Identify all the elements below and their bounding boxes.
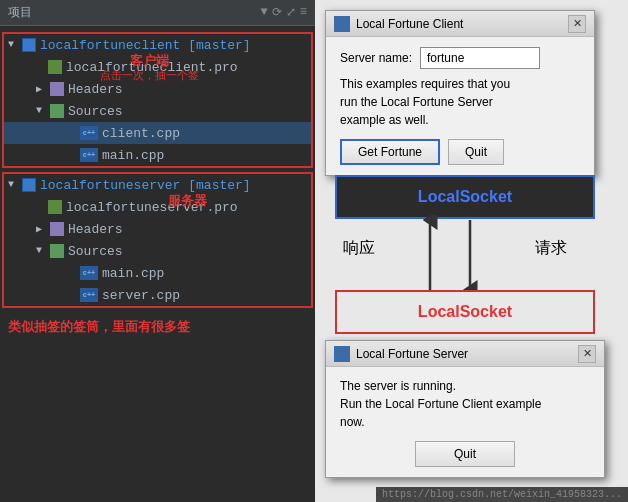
top-socket-label: LocalSocket [418, 188, 512, 206]
server-dialog-close-button[interactable]: ✕ [578, 345, 596, 363]
client-dialog: Local Fortune Client ✕ Server name: This… [325, 10, 595, 176]
server-pro-name: localfortuneserver.pro [66, 200, 238, 215]
bottom-socket-label: LocalSocket [418, 303, 512, 321]
server-dialog: Local Fortune Server ✕ The server is run… [325, 340, 605, 478]
url-bar: https://blog.csdn.net/weixin_41958323... [376, 487, 628, 502]
server-project-group: ▼ localfortuneserver [master] localfortu… [2, 172, 313, 308]
client-cpp-file[interactable]: c++ client.cpp [4, 122, 311, 144]
get-fortune-button[interactable]: Get Fortune [340, 139, 440, 165]
sources-folder-icon-client [50, 104, 64, 118]
top-socket-box: LocalSocket [335, 175, 595, 219]
server-msg-line2: Run the Local Fortune Client example [340, 397, 541, 411]
server-dialog-body: The server is running. Run the Local For… [326, 367, 604, 477]
right-arrow-down [455, 215, 505, 295]
server-sources-folder[interactable]: ▼ Sources [4, 240, 311, 262]
client-sources-label: Sources [68, 104, 123, 119]
server-main-cpp-name: main.cpp [102, 266, 164, 281]
panel-header: 项目 ▼ ⟳ ⤢ ≡ [0, 0, 315, 26]
client-dialog-description: This examples requires that you run the … [340, 75, 580, 129]
client-dialog-titlebar: Local Fortune Client ✕ [326, 11, 594, 37]
expand-icon[interactable]: ⤢ [286, 5, 296, 20]
server-headers-folder[interactable]: ▶ Headers [4, 218, 311, 240]
response-label: 响应 [343, 238, 375, 259]
server-dialog-buttons: Quit [340, 441, 590, 467]
server-headers-icon [50, 222, 64, 236]
server-project-name: localfortuneserver [master] [40, 178, 251, 193]
request-label: 请求 [535, 238, 567, 259]
server-annotation: 服务器 [168, 192, 207, 210]
server-main-cpp-file[interactable]: c++ main.cpp [4, 262, 311, 284]
sources-arrow-client: ▼ [36, 105, 48, 117]
panel-title: 项目 [8, 4, 32, 21]
bottom-socket-box: LocalSocket [335, 290, 595, 334]
arrows-container [395, 215, 515, 295]
headers-arrow: ▶ [36, 83, 48, 95]
server-project-root[interactable]: ▼ localfortuneserver [master] [4, 174, 311, 196]
server-project-icon [22, 178, 36, 192]
sources-arrow-server: ▼ [36, 245, 48, 257]
client-dialog-icon [334, 16, 350, 32]
server-cpp-name: server.cpp [102, 288, 180, 303]
server-pro-file[interactable]: localfortuneserver.pro [4, 196, 311, 218]
cpp-icon-client-main: c++ [80, 148, 98, 162]
server-dialog-icon [334, 346, 350, 362]
server-msg-line3: now. [340, 415, 365, 429]
client-headers-label: Headers [68, 82, 123, 97]
server-dialog-title-text: Local Fortune Server [356, 347, 468, 361]
sync-icon[interactable]: ⟳ [272, 5, 282, 20]
client-quit-button[interactable]: Quit [448, 139, 504, 165]
client-main-cpp-name: main.cpp [102, 148, 164, 163]
server-sources-label: Sources [68, 244, 123, 259]
server-headers-label: Headers [68, 222, 123, 237]
server-dialog-titlebar: Local Fortune Server ✕ [326, 341, 604, 367]
client-sources-row-container: ▼ Sources [4, 100, 311, 122]
project-tree-panel: 项目 ▼ ⟳ ⤢ ≡ ▼ localfortuneclient [master]… [0, 0, 315, 502]
client-dialog-buttons: Get Fortune Quit [340, 139, 580, 165]
client-dialog-title-left: Local Fortune Client [334, 16, 463, 32]
more-icon[interactable]: ≡ [300, 5, 307, 20]
client-main-cpp-file[interactable]: c++ main.cpp [4, 144, 311, 166]
client-dialog-close-button[interactable]: ✕ [568, 15, 586, 33]
client-project-name: localfortuneclient [master] [40, 38, 251, 53]
server-quit-button[interactable]: Quit [415, 441, 515, 467]
filter-icon[interactable]: ▼ [261, 5, 268, 20]
server-headers-arrow: ▶ [36, 223, 48, 235]
client-desc-annotation: 点击一次，抽一个签 [100, 68, 199, 83]
server-cpp-file[interactable]: c++ server.cpp [4, 284, 311, 306]
headers-folder-icon [50, 82, 64, 96]
cpp-icon-client: c++ [80, 126, 98, 140]
server-dialog-message: The server is running. Run the Local For… [340, 377, 590, 431]
client-sources-folder[interactable]: ▼ Sources [4, 100, 311, 122]
cpp-icon-server: c++ [80, 288, 98, 302]
server-name-row: Server name: [340, 47, 580, 69]
project-icon [22, 38, 36, 52]
client-dialog-body: Server name: This examples requires that… [326, 37, 594, 175]
expand-arrow-client: ▼ [8, 39, 20, 51]
server-name-label: Server name: [340, 51, 412, 65]
server-pro-icon [48, 200, 62, 214]
cpp-icon-server-main: c++ [80, 266, 98, 280]
bottom-annotation-container: 类似抽签的签筒，里面有很多签 [0, 312, 315, 342]
client-cpp-name: client.cpp [102, 126, 180, 141]
client-dialog-title-text: Local Fortune Client [356, 17, 463, 31]
diagram-panel: Local Fortune Client ✕ Server name: This… [315, 0, 628, 502]
expand-arrow-server: ▼ [8, 179, 20, 191]
server-dialog-title-left: Local Fortune Server [334, 346, 468, 362]
sources-folder-icon-server [50, 244, 64, 258]
pro-file-icon [48, 60, 62, 74]
bottom-annotation: 类似抽签的签筒，里面有很多签 [8, 319, 190, 334]
server-name-input[interactable] [420, 47, 540, 69]
server-msg-line1: The server is running. [340, 379, 456, 393]
